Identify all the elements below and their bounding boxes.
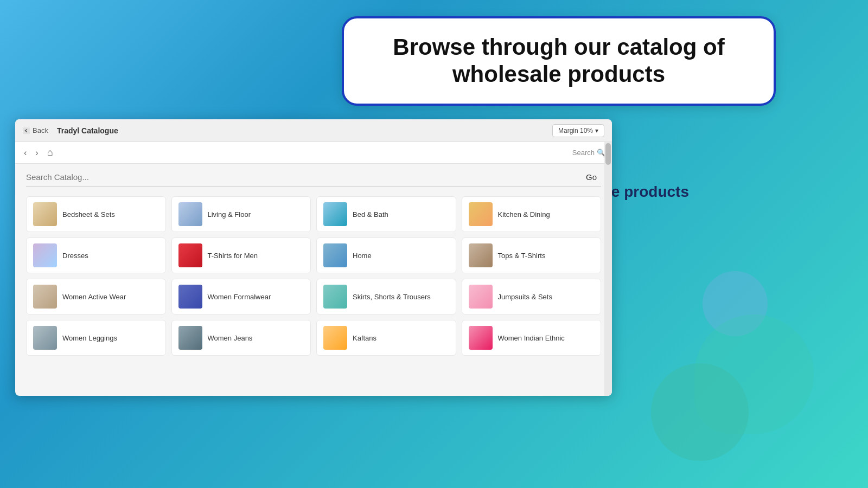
- category-card-bedsheet[interactable]: Bedsheet & Sets: [26, 196, 166, 232]
- category-card-skirts[interactable]: Skirts, Shorts & Trousers: [316, 279, 456, 314]
- category-card-dresses[interactable]: Dresses: [26, 237, 166, 273]
- catalogue-window: Back Tradyl Catalogue Margin 10% ▾ ‹ › ⌂…: [15, 119, 612, 396]
- category-name-leggings: Women Leggings: [62, 334, 117, 342]
- category-thumb-indian: [469, 326, 493, 350]
- category-card-tshirts-men[interactable]: T-Shirts for Men: [171, 237, 311, 273]
- window-title: Tradyl Catalogue: [57, 126, 552, 135]
- scrollbar-thumb[interactable]: [605, 143, 611, 165]
- category-grid: Bedsheet & SetsLiving & FloorBed & BathK…: [26, 196, 601, 356]
- category-name-living: Living & Floor: [208, 210, 251, 219]
- category-card-jeans[interactable]: Women Jeans: [171, 320, 311, 356]
- category-card-jumpsuits[interactable]: Jumpsuits & Sets: [462, 279, 602, 314]
- category-thumb-leggings: [33, 326, 57, 350]
- category-name-jeans: Women Jeans: [208, 334, 253, 342]
- category-card-home[interactable]: Home: [316, 237, 456, 273]
- chevron-down-icon: ▾: [595, 127, 598, 134]
- category-thumb-jumpsuits: [469, 285, 493, 309]
- home-button[interactable]: ⌂: [45, 145, 55, 160]
- category-name-home: Home: [353, 252, 372, 260]
- category-card-formalwear[interactable]: Women Formalwear: [171, 279, 311, 314]
- title-bar: Back Tradyl Catalogue Margin 10% ▾: [15, 119, 612, 142]
- catalog-search-row: Go: [26, 172, 601, 187]
- category-name-tshirts-men: T-Shirts for Men: [208, 252, 258, 260]
- category-thumb-kitchen: [469, 202, 493, 226]
- category-name-kitchen: Kitchen & Dining: [498, 210, 550, 219]
- category-card-leggings[interactable]: Women Leggings: [26, 320, 166, 356]
- category-thumb-active-wear: [33, 285, 57, 309]
- back-nav-button[interactable]: ‹: [22, 146, 29, 159]
- hero-title: Browse through our catalog of wholesale …: [366, 34, 752, 88]
- category-thumb-tshirts-men: [178, 243, 202, 267]
- content-area: Go Bedsheet & SetsLiving & FloorBed & Ba…: [15, 164, 612, 396]
- category-thumb-skirts: [323, 285, 347, 309]
- category-thumb-living: [178, 202, 202, 226]
- catalog-search-input[interactable]: [26, 172, 582, 182]
- hero-callout: Browse through our catalog of wholesale …: [342, 16, 776, 106]
- category-thumb-bedsheet: [33, 202, 57, 226]
- browser-search[interactable]: Search 🔍: [572, 149, 605, 157]
- category-card-bed-bath[interactable]: Bed & Bath: [316, 196, 456, 232]
- category-name-bed-bath: Bed & Bath: [353, 210, 388, 219]
- category-thumb-home: [323, 243, 347, 267]
- category-thumb-bed-bath: [323, 202, 347, 226]
- category-name-indian: Women Indian Ethnic: [498, 334, 565, 342]
- category-name-formalwear: Women Formalwear: [208, 293, 271, 301]
- category-name-skirts: Skirts, Shorts & Trousers: [353, 293, 431, 301]
- category-thumb-formalwear: [178, 285, 202, 309]
- category-thumb-kaftans: [323, 326, 347, 350]
- margin-button[interactable]: Margin 10% ▾: [552, 124, 604, 137]
- back-button[interactable]: Back: [23, 126, 48, 134]
- category-thumb-dresses: [33, 243, 57, 267]
- category-card-kitchen[interactable]: Kitchen & Dining: [462, 196, 602, 232]
- category-card-tops[interactable]: Tops & T-Shirts: [462, 237, 602, 273]
- forward-nav-button[interactable]: ›: [33, 146, 40, 159]
- category-card-active-wear[interactable]: Women Active Wear: [26, 279, 166, 314]
- decorative-blob-3: [651, 363, 749, 461]
- category-name-jumpsuits: Jumpsuits & Sets: [498, 293, 552, 301]
- category-name-bedsheet: Bedsheet & Sets: [62, 210, 115, 219]
- category-card-kaftans[interactable]: Kaftans: [316, 320, 456, 356]
- category-name-active-wear: Women Active Wear: [62, 293, 126, 301]
- category-thumb-jeans: [178, 326, 202, 350]
- category-name-dresses: Dresses: [62, 252, 88, 260]
- category-name-kaftans: Kaftans: [353, 334, 376, 342]
- svg-rect-0: [23, 127, 30, 133]
- browser-bar: ‹ › ⌂ Search 🔍: [15, 142, 612, 164]
- category-card-living[interactable]: Living & Floor: [171, 196, 311, 232]
- category-thumb-tops: [469, 243, 493, 267]
- category-name-tops: Tops & T-Shirts: [498, 252, 546, 260]
- category-card-indian[interactable]: Women Indian Ethnic: [462, 320, 602, 356]
- go-button[interactable]: Go: [582, 172, 601, 182]
